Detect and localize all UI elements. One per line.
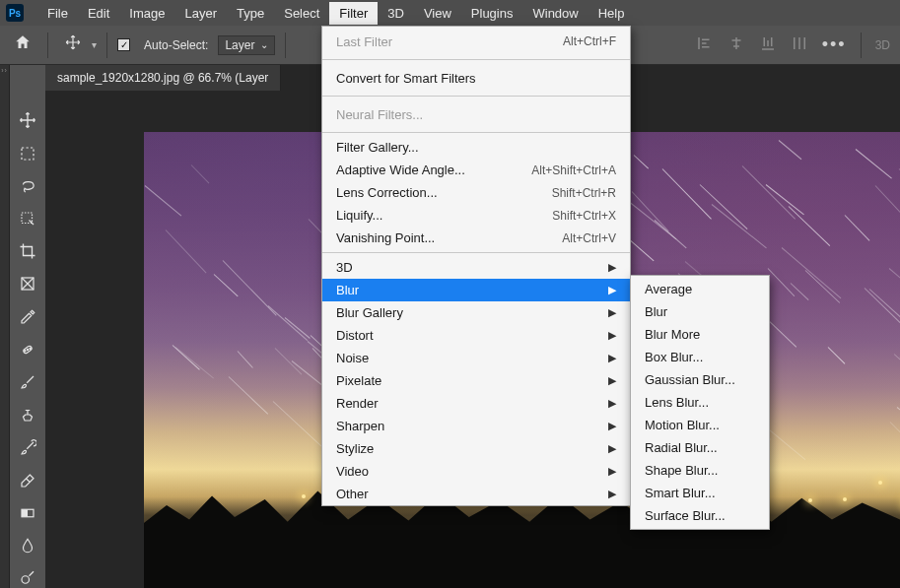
align-center-h-icon[interactable] xyxy=(727,34,745,55)
chevron-down-icon: ⌄ xyxy=(260,39,268,50)
divider xyxy=(47,33,48,58)
menu-edit[interactable]: Edit xyxy=(78,2,119,25)
menu-item-last-filter[interactable]: Last Filter Alt+Ctrl+F xyxy=(322,27,630,56)
submenu-item-motion-blur[interactable]: Motion Blur... xyxy=(631,414,769,436)
menu-plugins[interactable]: Plugins xyxy=(461,2,523,25)
menu-separator xyxy=(322,96,630,97)
align-controls: ••• 3D xyxy=(696,33,890,58)
menu-item-other[interactable]: Other▶ xyxy=(322,483,630,505)
app-logo: Ps xyxy=(6,4,24,22)
menu-layer[interactable]: Layer xyxy=(175,2,228,25)
submenu-item-blur[interactable]: Blur xyxy=(631,300,769,323)
submenu-arrow-icon: ▶ xyxy=(608,420,616,432)
tool-blur[interactable] xyxy=(14,537,41,555)
menu-window[interactable]: Window xyxy=(522,2,588,25)
menu-item-blur-gallery[interactable]: Blur Gallery▶ xyxy=(322,301,630,324)
menu-filter[interactable]: Filter xyxy=(329,2,378,25)
tool-healing[interactable] xyxy=(14,340,41,359)
menu-item-sharpen[interactable]: Sharpen▶ xyxy=(322,415,630,437)
tool-brush[interactable] xyxy=(14,373,41,392)
tool-eraser[interactable] xyxy=(14,471,41,490)
tool-marquee[interactable] xyxy=(14,144,41,163)
divider xyxy=(861,33,862,58)
menu-item-convert-smart-filters[interactable]: Convert for Smart Filters xyxy=(322,63,630,93)
tool-crop[interactable] xyxy=(14,242,41,261)
svg-point-9 xyxy=(22,576,30,584)
submenu-item-blur-more[interactable]: Blur More xyxy=(631,323,769,346)
menubar: Ps FileEditImageLayerTypeSelectFilter3DV… xyxy=(0,0,900,26)
menu-item-render[interactable]: Render▶ xyxy=(322,392,630,415)
menu-item-vanishing-point[interactable]: Vanishing Point... Alt+Ctrl+V xyxy=(322,227,630,249)
svg-rect-8 xyxy=(22,509,28,517)
menu-separator xyxy=(322,59,630,60)
tool-clone[interactable] xyxy=(14,406,41,425)
menu-item-lens-correction[interactable]: Lens Correction... Shift+Ctrl+R xyxy=(322,181,630,204)
submenu-arrow-icon: ▶ xyxy=(608,306,616,319)
submenu-arrow-icon: ▶ xyxy=(608,488,616,500)
tools-panel xyxy=(10,65,45,588)
tool-eyedropper[interactable] xyxy=(14,307,41,326)
submenu-item-gaussian-blur[interactable]: Gaussian Blur... xyxy=(631,368,769,391)
divider xyxy=(106,33,107,58)
menu-item-stylize[interactable]: Stylize▶ xyxy=(322,437,630,460)
menu-item-filter-gallery[interactable]: Filter Gallery... xyxy=(322,136,630,159)
menu-item-blur[interactable]: Blur▶ xyxy=(322,279,630,301)
menu-file[interactable]: File xyxy=(37,2,78,25)
submenu-item-shape-blur[interactable]: Shape Blur... xyxy=(631,459,769,482)
menu-item-adaptive-wide-angle[interactable]: Adaptive Wide Angle... Alt+Shift+Ctrl+A xyxy=(322,159,630,181)
menu-item-3d[interactable]: 3D▶ xyxy=(322,256,630,279)
menu-item-pixelate[interactable]: Pixelate▶ xyxy=(322,369,630,392)
svg-point-4 xyxy=(25,350,26,351)
menu-3d[interactable]: 3D xyxy=(378,2,414,25)
align-bottom-icon[interactable] xyxy=(759,34,777,55)
select-target-value: Layer xyxy=(225,38,254,52)
document-tab[interactable]: sample_1920x1280.jpg @ 66.7% (Layer xyxy=(45,65,281,91)
panel-collapse-handle[interactable]: ›› xyxy=(0,65,10,588)
menu-separator xyxy=(322,132,630,133)
auto-select-target-dropdown[interactable]: Layer ⌄ xyxy=(218,35,275,55)
submenu-item-average[interactable]: Average xyxy=(631,278,769,300)
submenu-item-surface-blur[interactable]: Surface Blur... xyxy=(631,504,769,527)
submenu-item-smart-blur[interactable]: Smart Blur... xyxy=(631,482,769,504)
auto-select-label: Auto-Select: xyxy=(144,38,208,52)
menu-item-liquify[interactable]: Liquify... Shift+Ctrl+X xyxy=(322,204,630,227)
tool-gradient[interactable] xyxy=(14,503,41,522)
3d-mode-label[interactable]: 3D xyxy=(875,38,890,52)
submenu-arrow-icon: ▶ xyxy=(608,442,616,455)
submenu-item-radial-blur[interactable]: Radial Blur... xyxy=(631,436,769,459)
auto-select-checkbox[interactable]: ✓ xyxy=(117,38,130,51)
tool-lasso[interactable] xyxy=(14,176,41,195)
more-options-icon[interactable]: ••• xyxy=(822,34,847,55)
move-tool-icon[interactable] xyxy=(58,33,88,56)
svg-rect-0 xyxy=(22,148,34,160)
distribute-icon[interactable] xyxy=(791,34,808,55)
home-icon[interactable] xyxy=(8,33,37,56)
filter-menu-dropdown: Last Filter Alt+Ctrl+F Convert for Smart… xyxy=(321,26,631,506)
menu-separator xyxy=(322,252,630,253)
tool-history-brush[interactable] xyxy=(14,438,41,457)
tool-dodge[interactable] xyxy=(14,569,41,588)
submenu-item-box-blur[interactable]: Box Blur... xyxy=(631,346,769,368)
tool-frame[interactable] xyxy=(14,275,41,294)
menu-view[interactable]: View xyxy=(414,2,461,25)
svg-point-5 xyxy=(27,349,28,350)
svg-point-6 xyxy=(30,348,31,349)
menu-image[interactable]: Image xyxy=(119,2,174,25)
document-tab-title: sample_1920x1280.jpg @ 66.7% (Layer xyxy=(57,71,268,85)
dropdown-caret-icon[interactable]: ▾ xyxy=(92,39,97,50)
menu-type[interactable]: Type xyxy=(227,2,274,25)
submenu-arrow-icon: ▶ xyxy=(608,329,616,342)
menu-item-distort[interactable]: Distort▶ xyxy=(322,324,630,347)
submenu-arrow-icon: ▶ xyxy=(608,352,616,364)
menu-item-neural-filters[interactable]: Neural Filters... xyxy=(322,99,630,129)
menu-select[interactable]: Select xyxy=(274,2,329,25)
submenu-item-lens-blur[interactable]: Lens Blur... xyxy=(631,391,769,414)
submenu-arrow-icon: ▶ xyxy=(608,284,616,296)
blur-submenu: AverageBlurBlur MoreBox Blur...Gaussian … xyxy=(630,275,770,530)
align-left-icon[interactable] xyxy=(696,34,714,55)
menu-help[interactable]: Help xyxy=(588,2,635,25)
tool-magic-wand[interactable] xyxy=(14,209,41,228)
menu-item-noise[interactable]: Noise▶ xyxy=(322,347,630,369)
tool-move[interactable] xyxy=(14,110,41,130)
menu-item-video[interactable]: Video▶ xyxy=(322,460,630,483)
